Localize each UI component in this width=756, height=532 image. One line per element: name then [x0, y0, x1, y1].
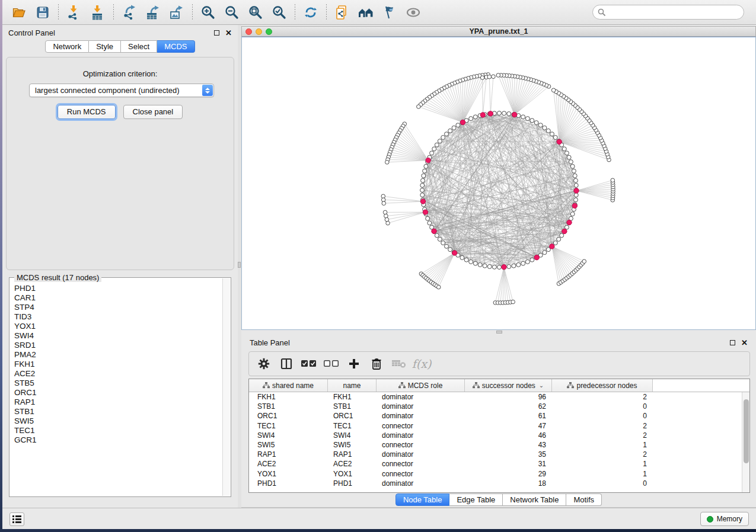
mcds-result-item[interactable]: PMA2: [14, 350, 222, 360]
network-view-titlebar[interactable]: YPA_prune.txt_1: [241, 26, 756, 37]
select-all-checked-icon[interactable]: [300, 355, 318, 373]
network-node[interactable]: [417, 105, 421, 109]
network-node[interactable]: [496, 73, 500, 78]
network-node[interactable]: [469, 117, 473, 121]
network-node[interactable]: [551, 88, 556, 92]
network-node[interactable]: [441, 136, 445, 140]
mcds-result-item[interactable]: GCR1: [14, 435, 222, 445]
mcds-hub-node[interactable]: [562, 229, 567, 233]
network-node[interactable]: [420, 188, 425, 193]
network-canvas[interactable]: [241, 37, 756, 330]
mcds-hub-node[interactable]: [512, 112, 516, 117]
network-node[interactable]: [421, 178, 425, 182]
mcds-result-item[interactable]: STB5: [14, 379, 222, 388]
zoom-fit-icon[interactable]: [245, 4, 266, 21]
mcds-hub-node[interactable]: [480, 113, 485, 117]
mcds-hub-node[interactable]: [420, 199, 425, 204]
network-node[interactable]: [550, 132, 554, 136]
network-node[interactable]: [534, 121, 538, 125]
network-node[interactable]: [574, 193, 578, 197]
eye-hide-icon[interactable]: [403, 4, 423, 21]
scrollbar-thumb[interactable]: [744, 399, 749, 463]
table-row[interactable]: SWI5SWI5connector431: [249, 440, 742, 450]
network-node[interactable]: [473, 115, 477, 119]
network-node[interactable]: [543, 126, 547, 130]
optimization-criterion-select[interactable]: largest connected component (undirected): [29, 84, 214, 97]
mcds-hub-node[interactable]: [572, 203, 577, 208]
column-header-name[interactable]: name: [328, 379, 377, 392]
network-node[interactable]: [560, 233, 564, 238]
tab-edge-table[interactable]: Edge Table: [449, 493, 503, 506]
float-panel-icon[interactable]: [214, 30, 219, 36]
network-node[interactable]: [546, 129, 550, 133]
zoom-out-icon[interactable]: [222, 4, 242, 21]
network-node[interactable]: [573, 174, 577, 178]
network-node[interactable]: [530, 118, 534, 123]
network-node[interactable]: [543, 251, 547, 255]
network-node[interactable]: [525, 117, 529, 121]
search-box[interactable]: [592, 5, 744, 20]
network-node[interactable]: [473, 261, 477, 265]
export-image-icon[interactable]: [167, 4, 187, 21]
export-network-icon[interactable]: [119, 4, 139, 21]
network-node[interactable]: [574, 183, 578, 187]
mcds-hub-node[interactable]: [574, 188, 579, 193]
mcds-result-list[interactable]: PHD1CAR1STP4TID3YOX1SWI4SRD1PMA2FKH1ACE2…: [10, 283, 222, 496]
mcds-hub-node[interactable]: [460, 120, 465, 124]
close-panel-icon[interactable]: ✕: [225, 30, 232, 36]
network-node[interactable]: [438, 237, 442, 241]
table-row[interactable]: SWI4SWI4dominator462: [249, 431, 742, 440]
network-node[interactable]: [441, 241, 445, 245]
home-networks-icon[interactable]: [356, 4, 376, 21]
network-node[interactable]: [385, 161, 389, 165]
mcds-result-item[interactable]: CAR1: [14, 293, 222, 303]
network-node[interactable]: [492, 75, 496, 79]
mcds-result-item[interactable]: SWI4: [14, 331, 222, 341]
network-node[interactable]: [386, 221, 390, 225]
mcds-result-item[interactable]: YOX1: [14, 322, 222, 331]
float-panel-icon[interactable]: [730, 340, 735, 345]
network-node[interactable]: [538, 123, 543, 127]
network-node[interactable]: [573, 198, 578, 202]
mcds-result-item[interactable]: RAP1: [14, 398, 222, 407]
network-node[interactable]: [436, 285, 441, 289]
network-node[interactable]: [435, 143, 439, 147]
add-column-icon[interactable]: [345, 355, 363, 373]
mcds-hub-node[interactable]: [550, 244, 554, 249]
mcds-result-item[interactable]: STP4: [14, 303, 222, 312]
memory-button[interactable]: Memory: [700, 512, 749, 526]
mcds-result-item[interactable]: TID3: [14, 312, 222, 322]
network-node[interactable]: [564, 151, 569, 155]
network-node[interactable]: [456, 123, 460, 127]
run-mcds-button[interactable]: Run MCDS: [58, 105, 116, 119]
mcds-hub-node[interactable]: [426, 158, 430, 162]
mcds-result-item[interactable]: SWI5: [14, 416, 222, 426]
network-node[interactable]: [464, 258, 468, 262]
column-header-successor-nodes[interactable]: successor nodes⌄: [465, 379, 552, 392]
share-document-icon[interactable]: [332, 4, 352, 21]
tab-mcds[interactable]: MCDS: [157, 40, 194, 53]
mcds-result-item[interactable]: ACE2: [14, 369, 222, 379]
network-node[interactable]: [438, 139, 442, 143]
network-node[interactable]: [430, 151, 434, 155]
network-node[interactable]: [422, 174, 426, 178]
table-row[interactable]: ACE2ACE2connector311: [249, 459, 742, 469]
tab-node-table[interactable]: Node Table: [395, 493, 450, 506]
network-node[interactable]: [384, 214, 388, 218]
deselect-all-icon[interactable]: [323, 355, 340, 373]
tab-style[interactable]: Style: [89, 40, 121, 53]
table-row[interactable]: ORC1ORC1dominator610: [249, 411, 742, 421]
network-node[interactable]: [435, 233, 439, 238]
mcds-result-item[interactable]: TEC1: [14, 426, 222, 435]
network-node[interactable]: [570, 164, 575, 168]
mcds-result-item[interactable]: STB1: [14, 407, 222, 416]
network-node[interactable]: [573, 178, 578, 182]
network-node[interactable]: [448, 248, 452, 252]
network-node[interactable]: [428, 221, 432, 225]
table-row[interactable]: YOX1YOX1connector291: [249, 469, 742, 479]
column-header-shared-name[interactable]: shared name: [249, 379, 328, 392]
network-node[interactable]: [553, 136, 557, 140]
settings-gear-icon[interactable]: [255, 355, 273, 373]
network-node[interactable]: [426, 216, 430, 220]
network-node[interactable]: [502, 111, 506, 116]
